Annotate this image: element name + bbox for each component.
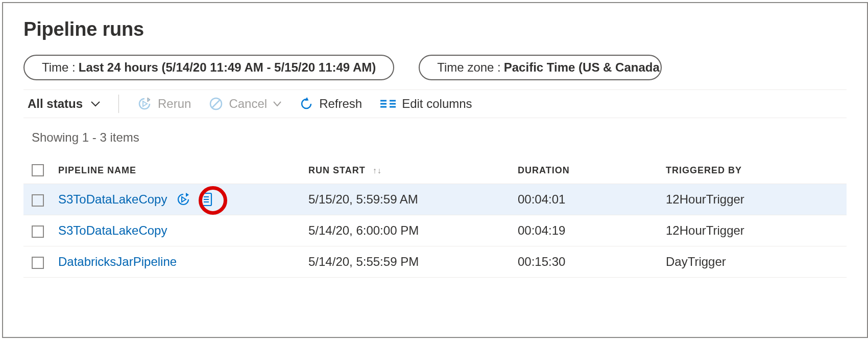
row-checkbox[interactable] — [32, 225, 44, 238]
rerun-icon[interactable] — [176, 192, 190, 207]
pipeline-runs-table: PIPELINE NAME RUN START ↑↓ DURATION TRIG… — [23, 157, 847, 278]
row-checkbox[interactable] — [32, 194, 44, 207]
col-pipeline-name[interactable]: PIPELINE NAME — [54, 157, 304, 184]
chevron-down-icon — [273, 101, 281, 106]
select-all-checkbox[interactable] — [32, 164, 44, 176]
showing-count: Showing 1 - 3 items — [32, 130, 847, 145]
duration-cell: 00:15:30 — [514, 246, 662, 278]
cancel-button: Cancel — [209, 97, 281, 111]
rerun-button: Rerun — [137, 97, 191, 111]
run-start-cell: 5/14/20, 5:55:59 PM — [304, 246, 514, 278]
svg-line-1 — [212, 100, 220, 107]
status-filter-label: All status — [28, 97, 83, 111]
time-filter-value: Last 24 hours (5/14/20 11:49 AM - 5/15/2… — [79, 60, 376, 75]
col-duration[interactable]: DURATION — [514, 157, 662, 184]
time-filter-pill[interactable]: Time : Last 24 hours (5/14/20 11:49 AM -… — [23, 55, 394, 80]
consumption-report-icon[interactable] — [200, 192, 213, 207]
edit-columns-label: Edit columns — [402, 97, 472, 111]
col-run-start[interactable]: RUN START ↑↓ — [304, 157, 514, 184]
toolbar: All status Rerun Cancel R — [23, 89, 847, 118]
refresh-label: Refresh — [319, 97, 362, 111]
status-filter-dropdown[interactable]: All status — [28, 97, 100, 111]
duration-cell: 00:04:19 — [514, 215, 662, 246]
cancel-label: Cancel — [229, 97, 267, 111]
pipeline-name-link[interactable]: DatabricksJarPipeline — [58, 255, 177, 269]
timezone-filter-label: Time zone : — [437, 60, 501, 75]
duration-cell: 00:04:01 — [514, 184, 662, 215]
sort-icon: ↑↓ — [373, 166, 382, 175]
triggered-by-cell: DayTrigger — [662, 246, 847, 278]
timezone-filter-value: Pacific Time (US & Canada) (UT... — [504, 60, 662, 75]
refresh-icon — [300, 97, 313, 110]
page-title: Pipeline runs — [23, 18, 847, 40]
chevron-down-icon — [91, 101, 100, 107]
columns-icon — [380, 99, 396, 109]
pipeline-name-link[interactable]: S3ToDataLakeCopy — [58, 223, 167, 238]
col-triggered-by[interactable]: TRIGGERED BY — [662, 157, 847, 184]
cancel-icon — [209, 97, 223, 110]
separator — [118, 95, 119, 113]
table-row[interactable]: S3ToDataLakeCopy5/14/20, 6:00:00 PM00:04… — [23, 215, 847, 246]
table-row[interactable]: DatabricksJarPipeline5/14/20, 5:55:59 PM… — [23, 246, 847, 278]
triggered-by-cell: 12HourTrigger — [662, 215, 847, 246]
refresh-button[interactable]: Refresh — [300, 97, 362, 111]
time-filter-label: Time : — [42, 60, 76, 75]
rerun-label: Rerun — [158, 97, 191, 111]
run-start-cell: 5/15/20, 5:59:59 AM — [304, 184, 514, 215]
pipeline-runs-panel: Pipeline runs Time : Last 24 hours (5/14… — [2, 2, 868, 338]
run-start-cell: 5/14/20, 6:00:00 PM — [304, 215, 514, 246]
rerun-icon — [137, 97, 152, 111]
row-checkbox[interactable] — [32, 257, 44, 269]
table-row[interactable]: S3ToDataLakeCopy5/15/20, 5:59:59 AM00:04… — [23, 184, 847, 215]
triggered-by-cell: 12HourTrigger — [662, 184, 847, 215]
filter-row: Time : Last 24 hours (5/14/20 11:49 AM -… — [23, 55, 847, 80]
col-run-start-label: RUN START — [308, 165, 366, 175]
timezone-filter-pill[interactable]: Time zone : Pacific Time (US & Canada) (… — [419, 55, 662, 80]
pipeline-name-link[interactable]: S3ToDataLakeCopy — [58, 192, 167, 207]
edit-columns-button[interactable]: Edit columns — [380, 97, 472, 111]
